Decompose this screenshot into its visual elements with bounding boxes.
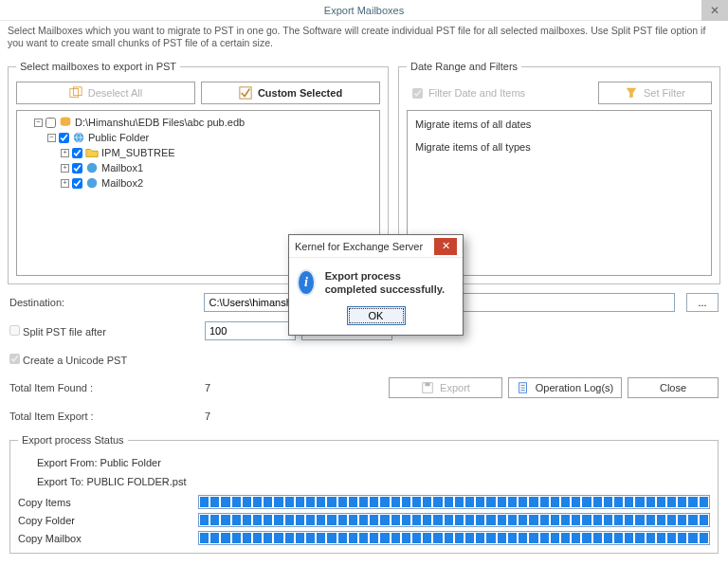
total-found-label: Total Item Found : [9,382,199,393]
expand-icon[interactable]: + [61,149,69,157]
window-titlebar: Export Mailboxes ✕ [0,0,728,21]
deselect-icon [69,86,82,100]
close-label: Close [660,382,686,393]
copy-mailbox-label: Copy Mailbox [18,533,198,544]
custom-selected-button[interactable]: Custom Selected [201,82,380,104]
browse-button[interactable]: ... [686,293,719,312]
completion-dialog: Kernel for Exchange Server ✕ i Export pr… [288,234,464,336]
unicode-checkbox[interactable] [9,354,20,364]
export-status-group: Export process Status Export From: Publi… [9,434,719,554]
expand-icon[interactable]: + [61,179,69,188]
totals-found-row: Total Item Found : 7 Export Operation Lo… [9,377,719,398]
split-checkbox[interactable] [9,325,20,336]
action-buttons: Export Operation Log(s) Close [389,377,719,398]
total-export-value: 7 [205,411,210,422]
checkbox-public-folder[interactable] [59,133,69,143]
unicode-row[interactable]: Create a Unicode PST [9,349,719,370]
window-description: Select Mailboxes which you want to migra… [0,21,728,55]
operation-logs-label: Operation Log(s) [536,382,614,393]
svg-rect-8 [425,383,429,387]
tree-row-ipm[interactable]: + IPM_SUBTREE [21,145,375,160]
status-from: Export From: Public Folder [37,457,710,468]
close-icon[interactable]: ✕ [701,0,728,21]
checkbox-mb2[interactable] [72,178,82,189]
unicode-label: Create a Unicode PST [23,355,127,366]
checkbox-root[interactable] [46,118,56,128]
tree-public-folder-label: Public Folder [88,132,149,143]
progress-copy-mailbox: Copy Mailbox [18,531,710,545]
dialog-close-icon[interactable]: ✕ [434,238,457,255]
tree-row-public-folder[interactable]: − Public Folder [21,130,375,145]
copy-mailbox-progressbar [198,531,710,545]
filter-summary-dates: Migrate items of all dates [415,119,703,130]
split-checkbox-row[interactable]: Split PST file after [9,325,199,338]
total-export-label: Total Item Export : [9,411,199,422]
tree-mb2-label: Mailbox2 [101,177,143,189]
filter-date-checkbox-row[interactable]: Filter Date and Items [407,82,592,104]
filter-summary-types: Migrate items of all types [415,141,703,153]
select-mailboxes-legend: Select mailboxes to export in PST [16,61,180,72]
total-found-value: 7 [205,382,210,393]
collapse-icon[interactable]: − [47,134,56,142]
status-to: Export To: PUBLIC FOLDER.pst [37,476,710,487]
expand-icon[interactable]: + [61,164,69,173]
copy-items-label: Copy Items [18,497,198,508]
filter-date-label: Filter Date and Items [428,87,525,99]
split-label: Split PST file after [23,326,106,338]
funnel-icon [625,86,638,100]
deselect-all-label: Deselect All [88,87,142,99]
copy-folder-label: Copy Folder [18,515,198,526]
mailbox-icon [85,176,99,190]
info-icon: i [297,269,316,296]
export-label: Export [440,382,470,393]
window-title: Export Mailboxes [324,5,404,16]
set-filter-label: Set Filter [644,87,685,99]
save-icon [421,381,434,394]
folder-icon [85,146,99,159]
filters-legend: Date Range and Filters [407,61,521,72]
tree-row-mb2[interactable]: + Mailbox2 [21,175,375,191]
dialog-message: Export process completed successfully. [325,269,455,297]
tree-ipm-label: IPM_SUBTREE [101,147,175,158]
destination-label: Destination: [9,297,198,308]
dialog-titlebar: Kernel for Exchange Server ✕ [289,235,463,258]
close-button[interactable]: Close [628,377,719,398]
operation-logs-button[interactable]: Operation Log(s) [508,377,622,398]
set-filter-button[interactable]: Set Filter [598,82,712,104]
progress-copy-folder: Copy Folder [18,513,710,527]
copy-folder-progressbar [198,513,710,527]
custom-selected-label: Custom Selected [258,87,342,99]
tree-row-root[interactable]: − D:\Himanshu\EDB Files\abc pub.edb [21,115,375,130]
ok-button[interactable]: OK [347,306,406,325]
database-icon [59,116,72,129]
split-size-input[interactable] [205,321,296,340]
checkbox-ipm[interactable] [72,148,82,158]
tree-root-label: D:\Himanshu\EDB Files\abc pub.edb [75,117,245,128]
svg-point-6 [87,178,98,189]
dialog-title: Kernel for Exchange Server [295,241,423,252]
checkbox-mb1[interactable] [72,163,82,173]
mailbox-icon [85,161,99,174]
collapse-icon[interactable]: − [34,119,43,127]
copy-items-progressbar [198,495,710,509]
custom-icon [239,86,252,100]
export-button[interactable]: Export [389,377,502,398]
deselect-all-button[interactable]: Deselect All [16,82,195,104]
filter-date-checkbox[interactable] [412,88,423,99]
public-folder-icon [72,131,85,144]
tree-row-mb1[interactable]: + Mailbox1 [21,160,375,175]
svg-point-5 [87,163,98,173]
totals-export-row: Total Item Export : 7 [9,406,719,427]
log-icon [517,381,530,394]
status-legend: Export process Status [18,434,128,446]
progress-copy-items: Copy Items [18,495,710,509]
tree-mb1-label: Mailbox1 [101,162,143,173]
